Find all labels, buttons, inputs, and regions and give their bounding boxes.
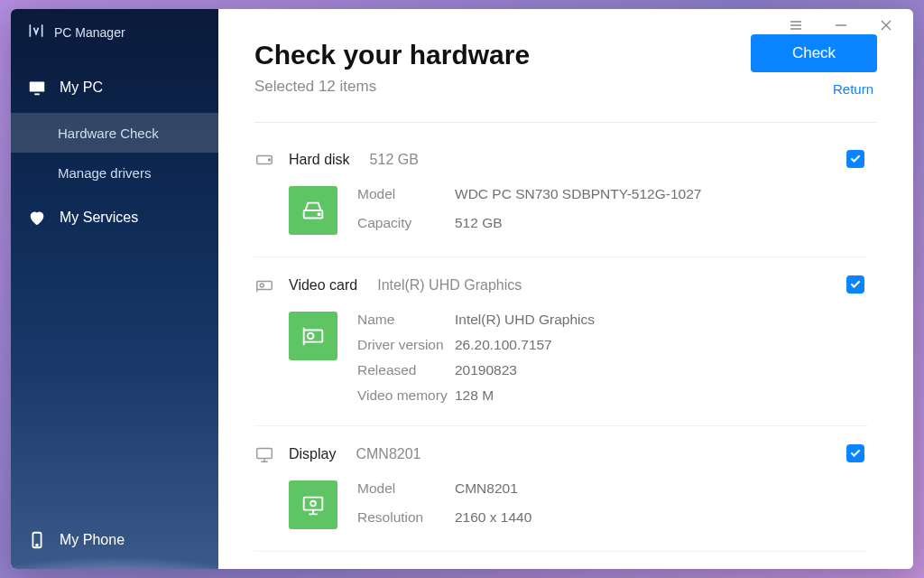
- sidebar-item-my-phone[interactable]: My Phone: [11, 511, 218, 569]
- hard-disk-checkbox[interactable]: [846, 150, 864, 168]
- page-header: Check your hardware Selected 12 items Ch…: [254, 34, 877, 97]
- svg-rect-0: [30, 82, 45, 92]
- video-card-icon: [289, 312, 337, 360]
- hardware-body: ModelCMN8201Resolution2160 x 1440: [289, 480, 868, 529]
- hardware-title: Display: [289, 446, 336, 462]
- app-logo-icon: [27, 22, 45, 42]
- hardware-header: Video cardIntel(R) UHD Graphics: [254, 275, 868, 295]
- sidebar-sub-manage-drivers[interactable]: Manage drivers: [11, 153, 218, 192]
- prop-key: Released: [357, 362, 455, 378]
- sidebar-item-my-services[interactable]: My Services: [11, 192, 218, 243]
- return-link[interactable]: Return: [833, 81, 873, 97]
- hardware-title: Video card: [289, 277, 357, 294]
- app-brand: PC Manager: [11, 9, 218, 62]
- svg-point-3: [36, 545, 38, 546]
- prop-value: WDC PC SN730 SDBPNTY-512G-1027: [455, 186, 701, 206]
- sidebar-item-label: My Services: [60, 210, 138, 226]
- sidebar-item-label: My PC: [60, 79, 103, 96]
- sidebar-item-my-pc[interactable]: My PC: [11, 62, 218, 113]
- heart-icon: [27, 208, 47, 228]
- svg-point-9: [260, 284, 263, 287]
- prop-value: 512 GB: [455, 215, 701, 235]
- prop-value: 20190823: [455, 362, 595, 378]
- svg-rect-13: [304, 498, 323, 510]
- hardware-body: ModelWDC PC SN730 SDBPNTY-512G-1027Capac…: [289, 186, 868, 235]
- prop-value: Intel(R) UHD Graphics: [455, 312, 595, 328]
- hardware-list[interactable]: Hard disk512 GBModelWDC PC SN730 SDBPNTY…: [254, 132, 877, 569]
- svg-rect-12: [257, 449, 273, 459]
- header-divider: [254, 122, 877, 123]
- svg-point-11: [308, 333, 314, 340]
- sidebar-item-label: My Phone: [60, 532, 125, 548]
- page-subtitle: Selected 12 items: [254, 78, 530, 96]
- prop-key: Model: [357, 480, 455, 500]
- hardware-summary: Intel(R) UHD Graphics: [377, 277, 522, 294]
- svg-point-14: [310, 501, 316, 507]
- sidebar-item-label: Manage drivers: [58, 165, 151, 181]
- prop-key: Capacity: [357, 215, 455, 235]
- hardware-title: Hard disk: [289, 152, 350, 168]
- check-button[interactable]: Check: [751, 34, 877, 72]
- monitor-icon: [27, 78, 47, 98]
- sidebar-sub-hardware-check[interactable]: Hardware Check: [11, 113, 218, 153]
- hardware-header: DisplayCMN8201: [254, 444, 868, 464]
- hardware-properties: NameIntel(R) UHD GraphicsDriver version2…: [357, 312, 595, 404]
- page-title: Check your hardware: [254, 40, 530, 70]
- prop-value: 2160 x 1440: [455, 509, 531, 529]
- hardware-block-display: DisplayCMN8201ModelCMN8201Resolution2160…: [254, 426, 868, 552]
- hardware-body: NameIntel(R) UHD GraphicsDriver version2…: [289, 312, 868, 404]
- prop-value: CMN8201: [455, 480, 531, 500]
- sidebar-item-label: Hardware Check: [58, 126, 159, 141]
- prop-value: 26.20.100.7157: [455, 337, 595, 353]
- svg-rect-1: [34, 93, 40, 95]
- hardware-properties: ModelCMN8201Resolution2160 x 1440: [357, 480, 531, 529]
- prop-key: Resolution: [357, 509, 455, 529]
- prop-key: Name: [357, 312, 455, 328]
- display-category-icon: [254, 444, 274, 464]
- prop-key: Video memory: [357, 387, 455, 404]
- video-card-category-icon: [254, 275, 274, 295]
- prop-key: Driver version: [357, 337, 455, 353]
- app-name: PC Manager: [54, 25, 125, 40]
- hardware-summary: 512 GB: [370, 152, 419, 168]
- hardware-summary: CMN8201: [356, 446, 420, 462]
- main-content: Check your hardware Selected 12 items Ch…: [218, 9, 913, 569]
- hardware-header: Hard disk512 GB: [254, 150, 868, 170]
- hard-disk-category-icon: [254, 150, 274, 170]
- display-checkbox[interactable]: [846, 444, 864, 462]
- sidebar: PC Manager My PC Hardware Check Manage d…: [11, 9, 218, 569]
- svg-point-5: [269, 159, 271, 161]
- svg-point-7: [318, 213, 319, 215]
- prop-key: Model: [357, 186, 455, 206]
- video-card-checkbox[interactable]: [846, 275, 864, 294]
- app-window: PC Manager My PC Hardware Check Manage d…: [11, 9, 913, 569]
- prop-value: 128 M: [455, 387, 595, 404]
- hardware-block-hard-disk: Hard disk512 GBModelWDC PC SN730 SDBPNTY…: [254, 132, 868, 257]
- hard-disk-icon: [289, 186, 337, 235]
- phone-icon: [27, 530, 47, 550]
- hardware-block-video-card: Video cardIntel(R) UHD GraphicsNameIntel…: [254, 257, 868, 426]
- display-icon: [289, 480, 337, 529]
- hardware-properties: ModelWDC PC SN730 SDBPNTY-512G-1027Capac…: [357, 186, 701, 235]
